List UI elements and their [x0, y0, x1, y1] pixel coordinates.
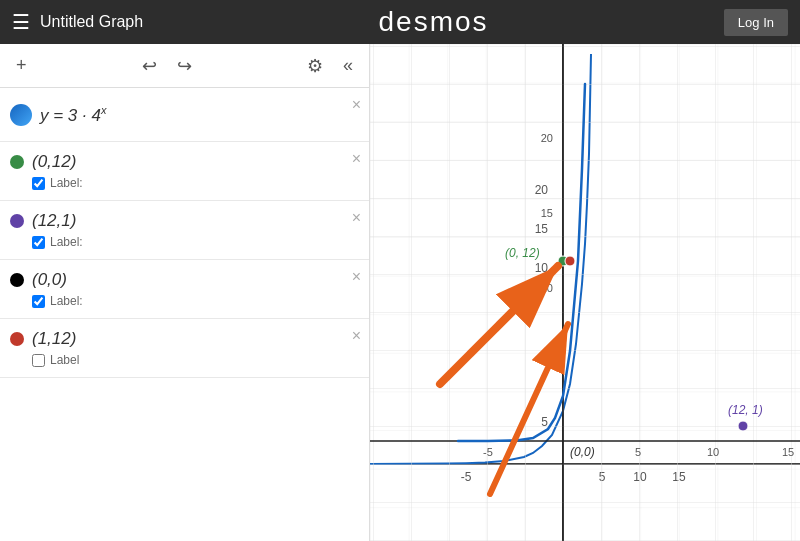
svg-text:15: 15	[541, 207, 553, 219]
point-coords-00[interactable]: (0,0)	[32, 270, 67, 290]
expression-list: y = 3 · 4x × (0,12) Label: ×	[0, 88, 369, 541]
graph-overlay: -5 5 10 15 5 10 15 20	[370, 44, 800, 541]
svg-text:10: 10	[707, 446, 719, 458]
expression-point-121: (12,1) Label: ×	[0, 201, 369, 260]
svg-text:20: 20	[541, 132, 553, 144]
point-dot-red-012	[565, 256, 575, 266]
label-text-012: Label:	[50, 176, 83, 190]
label-00: (0,0)	[570, 445, 595, 459]
svg-text:15: 15	[782, 446, 794, 458]
label-checkbox-00[interactable]	[32, 295, 45, 308]
svg-text:5: 5	[635, 446, 641, 458]
redo-button[interactable]: ↪	[171, 51, 198, 81]
main-layout: + ↩ ↪ ⚙ « y = 3 · 4x × (0,12)	[0, 44, 800, 541]
point-dot-purple	[738, 421, 748, 431]
point-row: (0,12)	[10, 152, 357, 172]
expression-point-112: (1,12) Label ×	[0, 319, 369, 378]
close-point-121-button[interactable]: ×	[352, 209, 361, 227]
sidebar: + ↩ ↪ ⚙ « y = 3 · 4x × (0,12)	[0, 44, 370, 541]
label-row-121: Label:	[32, 235, 357, 249]
label-text-121: Label:	[50, 235, 83, 249]
close-point-00-button[interactable]: ×	[352, 268, 361, 286]
login-button[interactable]: Log In	[724, 9, 788, 36]
point-coords-012[interactable]: (0,12)	[32, 152, 76, 172]
point-row: (0,0)	[10, 270, 357, 290]
formula-color-icon	[10, 104, 32, 126]
label-row-00: Label:	[32, 294, 357, 308]
point-row: (1,12)	[10, 329, 357, 349]
label-checkbox-112[interactable]	[32, 354, 45, 367]
label-121: (12, 1)	[728, 403, 763, 417]
svg-text:-5: -5	[483, 446, 493, 458]
header-right: Log In	[724, 9, 788, 36]
header-left: ☰ Untitled Graph	[12, 10, 143, 34]
label-checkbox-121[interactable]	[32, 236, 45, 249]
label-row-112: Label	[32, 353, 357, 367]
label-012: (0, 12)	[505, 246, 540, 260]
expression-toolbar: + ↩ ↪ ⚙ «	[0, 44, 369, 88]
menu-icon[interactable]: ☰	[12, 10, 30, 34]
point-color-green	[10, 155, 24, 169]
expression-formula: y = 3 · 4x ×	[0, 88, 369, 142]
graph-title[interactable]: Untitled Graph	[40, 13, 143, 31]
close-point-012-button[interactable]: ×	[352, 150, 361, 168]
formula-math[interactable]: y = 3 · 4x	[40, 104, 106, 126]
settings-button[interactable]: ⚙	[301, 51, 329, 81]
point-row: (12,1)	[10, 211, 357, 231]
graph-area[interactable]: -5 5 10 15 5 10 15 20	[370, 44, 800, 541]
collapse-sidebar-button[interactable]: «	[337, 51, 359, 80]
close-point-112-button[interactable]: ×	[352, 327, 361, 345]
expression-point-012: (0,12) Label: ×	[0, 142, 369, 201]
expression-point-00: (0,0) Label: ×	[0, 260, 369, 319]
undo-button[interactable]: ↩	[136, 51, 163, 81]
label-text-112: Label	[50, 353, 79, 367]
label-checkbox-012[interactable]	[32, 177, 45, 190]
point-coords-112[interactable]: (1,12)	[32, 329, 76, 349]
label-row-012: Label:	[32, 176, 357, 190]
point-color-red	[10, 332, 24, 346]
close-formula-button[interactable]: ×	[352, 96, 361, 114]
header: ☰ Untitled Graph desmos Log In	[0, 0, 800, 44]
brand-logo: desmos	[378, 6, 488, 38]
point-color-purple	[10, 214, 24, 228]
label-text-00: Label:	[50, 294, 83, 308]
point-coords-121[interactable]: (12,1)	[32, 211, 76, 231]
point-color-black	[10, 273, 24, 287]
add-expression-button[interactable]: +	[10, 51, 33, 80]
